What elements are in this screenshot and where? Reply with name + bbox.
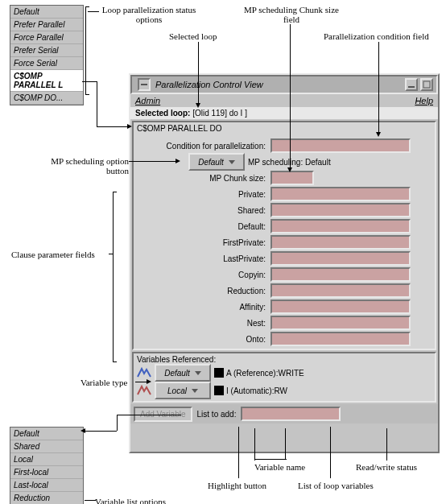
window-titlebar[interactable]: Parallelization Control View <box>130 75 438 94</box>
condition-field[interactable] <box>270 138 411 153</box>
selected-loop-label: Selected loop: <box>135 109 190 118</box>
anno-cond-field: Parallelization condition field <box>324 31 429 41</box>
anno-chunk-field: MP scheduling Chunk size field <box>235 5 348 24</box>
arrow-head-icon <box>376 132 381 137</box>
option-comp-do[interactable]: C$OMP DO... <box>10 92 83 105</box>
menu-admin[interactable]: Admin <box>135 96 160 105</box>
var-name: A (Reference):WRITE <box>226 369 304 378</box>
highlight-button[interactable] <box>214 386 224 395</box>
chevron-down-icon <box>195 371 201 375</box>
leader-line <box>129 161 177 162</box>
leader-line <box>88 11 99 12</box>
arrow-head-icon <box>147 379 151 384</box>
minimize-icon[interactable] <box>405 78 418 91</box>
selected-loop-bar: Selected loop: [Olid 119] do I ] <box>130 107 438 119</box>
vlo-reduction[interactable]: Reduction <box>10 492 83 504</box>
mp-chunk-label: MP Chunk size: <box>137 174 270 183</box>
arrow-head-icon <box>196 103 200 108</box>
clause-label-8: Nest: <box>137 319 270 328</box>
menubar: Admin Help <box>130 94 438 107</box>
clause-field-9[interactable] <box>270 332 411 346</box>
menu-icon[interactable] <box>138 78 151 91</box>
leader-line <box>285 428 286 459</box>
menu-help[interactable]: Help <box>415 96 433 105</box>
leader-line <box>290 24 291 169</box>
anno-rw-status: Read/write status <box>356 462 417 472</box>
var-list-option-list: Default Shared Local First-local Last-lo… <box>10 427 84 504</box>
clause-field-6[interactable] <box>270 283 411 298</box>
clause-field-4[interactable] <box>270 251 411 266</box>
clause-field-7[interactable] <box>270 300 411 314</box>
mp-scheduling-button[interactable]: Default <box>188 153 245 171</box>
vlo-shared[interactable]: Shared <box>10 440 83 453</box>
mp-scheduling-value: Default <box>305 158 331 167</box>
vlo-default[interactable]: Default <box>10 428 83 440</box>
option-force-parallel[interactable]: Force Parallel <box>10 31 83 44</box>
option-default[interactable]: Default <box>10 6 83 19</box>
leader-line <box>109 254 114 254</box>
clause-label-0: Private: <box>137 190 270 199</box>
loop-status-option-list: Default Prefer Parallel Force Parallel P… <box>10 5 84 105</box>
anno-selected-loop: Selected loop <box>169 31 217 41</box>
clause-field-5[interactable] <box>270 267 411 282</box>
option-force-serial[interactable]: Force Serial <box>10 57 83 70</box>
leader-line <box>198 42 199 105</box>
add-variable-button[interactable]: Add Variable <box>134 407 192 422</box>
leader-line <box>85 431 117 432</box>
arrow-head-icon <box>81 428 85 433</box>
vlo-local[interactable]: Local <box>10 453 83 466</box>
clause-field-8[interactable] <box>270 316 411 330</box>
condition-label: Condition for parallelization: <box>137 142 270 151</box>
directive-subpanel: C$OMP PARALLEL DO Condition for parallel… <box>132 121 436 350</box>
list-to-add-label: List to add: <box>197 410 237 419</box>
leader-line <box>85 500 96 501</box>
anno-var-name: Variable name <box>254 462 305 472</box>
clause-label-6: Reduction: <box>137 287 270 295</box>
option-prefer-serial[interactable]: Prefer Serial <box>10 44 83 57</box>
var-name: I (Automatic):RW <box>226 386 287 395</box>
vlo-first-local[interactable]: First-local <box>10 466 83 479</box>
svg-rect-1 <box>408 86 415 88</box>
leader-line <box>97 81 97 126</box>
var-scope-button[interactable]: Default <box>155 364 211 382</box>
anno-sched-btn: MP scheduling option button <box>48 156 129 176</box>
brace-icon <box>113 192 117 362</box>
chevron-down-icon <box>229 160 235 164</box>
svg-rect-0 <box>141 84 147 85</box>
variables-referenced-panel: Variables Referenced: Default A (Referen… <box>132 352 436 403</box>
anno-loop-options: Loop parallelization status options <box>97 5 201 24</box>
var-type-icon <box>137 385 151 396</box>
option-prefer-parallel[interactable]: Prefer Parallel <box>10 19 83 31</box>
clause-label-5: Copyin: <box>137 271 270 279</box>
list-to-add-field[interactable] <box>241 407 341 421</box>
svg-rect-2 <box>423 81 430 88</box>
mp-chunk-field[interactable] <box>270 171 314 185</box>
clause-field-1[interactable] <box>270 203 411 217</box>
anno-loop-vars: List of loop variables <box>298 481 374 490</box>
clause-label-1: Shared: <box>137 206 270 215</box>
var-type-icon <box>137 367 151 378</box>
option-comp-parallel[interactable]: C$OMP PARALLEL L <box>10 70 83 92</box>
leader-line <box>117 415 181 415</box>
clause-field-2[interactable] <box>270 219 411 233</box>
mp-scheduling-label: MP scheduling: <box>248 158 303 167</box>
anno-var-list-options: Variable list options <box>95 497 166 504</box>
directive-text: C$OMP PARALLEL DO <box>137 124 432 133</box>
highlight-button[interactable] <box>214 368 224 378</box>
vlo-last-local[interactable]: Last-local <box>10 479 83 492</box>
chevron-down-icon <box>192 389 198 393</box>
leader-line <box>238 427 239 478</box>
arrow-head-icon <box>287 167 292 172</box>
leader-line <box>254 428 255 461</box>
leader-line <box>97 126 129 127</box>
window-title: Parallelization Control View <box>155 80 403 89</box>
clause-label-9: Onto: <box>137 335 270 344</box>
anno-highlight-btn: Highlight button <box>208 481 266 490</box>
clause-field-0[interactable] <box>270 187 411 201</box>
var-scope-button[interactable]: Local <box>155 382 211 399</box>
anno-var-type: Variable type <box>81 378 127 387</box>
clause-label-7: Affinity: <box>137 303 270 312</box>
maximize-icon[interactable] <box>420 78 433 91</box>
clause-field-3[interactable] <box>270 235 411 250</box>
leader-line <box>117 415 118 431</box>
